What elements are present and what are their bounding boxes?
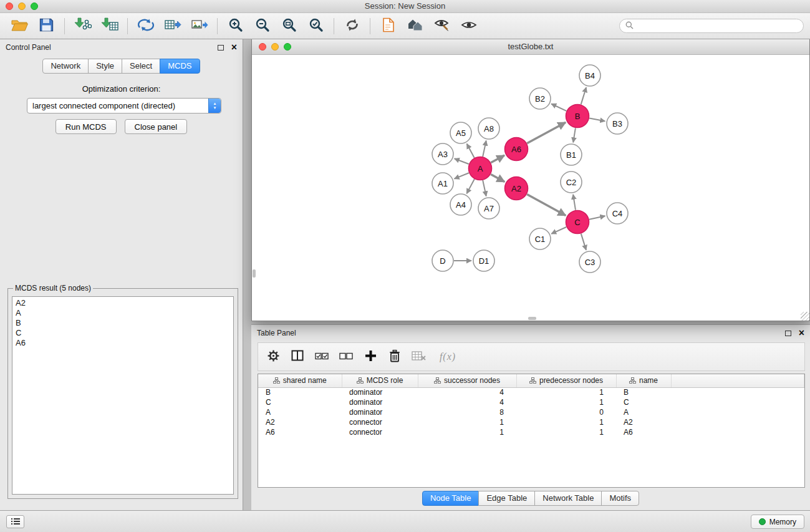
graph-node-A2[interactable]: A2 (505, 177, 528, 200)
export-network-button[interactable] (132, 16, 159, 37)
export-image-button[interactable] (186, 16, 213, 37)
delete-column-button[interactable] (388, 349, 402, 364)
search-box[interactable] (619, 19, 804, 33)
graph-edge-A-A5[interactable] (467, 144, 475, 158)
tab-mcds[interactable]: MCDS (160, 59, 200, 74)
select-all-button[interactable] (315, 349, 329, 364)
table-row[interactable]: Bdominator41B (258, 387, 804, 397)
graph-node-A7[interactable]: A7 (478, 198, 499, 219)
graph-edge-B-B4[interactable] (581, 87, 586, 104)
zoom-out-button[interactable] (249, 16, 276, 37)
float-table-panel-icon[interactable] (785, 331, 791, 336)
open-document-button[interactable] (375, 16, 402, 37)
graph-edge-A-A8[interactable] (483, 141, 486, 157)
column-header-name[interactable]: name (616, 374, 671, 387)
tab-select[interactable]: Select (122, 59, 160, 74)
go-home-button[interactable] (402, 16, 428, 37)
graph-edge-B-B2[interactable] (551, 104, 566, 111)
graphics-details-button[interactable] (428, 16, 455, 37)
table-cell[interactable]: B (258, 387, 342, 397)
task-history-button[interactable] (6, 515, 24, 528)
graph-edge-C-C2[interactable] (573, 195, 576, 210)
table-cell[interactable]: A6 (258, 427, 342, 437)
network-graph[interactable]: B4B2BB3A5A8A6A3B1AC2A1A2A4A7C4CC1C3DD1 (252, 56, 809, 321)
graph-edge-B-B3[interactable] (589, 118, 605, 122)
apply-function-button[interactable]: f(x) (436, 349, 459, 364)
zoom-selected-button[interactable] (302, 16, 329, 37)
open-session-button[interactable] (6, 16, 33, 37)
graph-node-A1[interactable]: A1 (432, 173, 453, 194)
graph-edge-C-C4[interactable] (589, 216, 605, 220)
tab-node-table[interactable]: Node Table (422, 491, 480, 506)
table-row[interactable]: A6connector11A6 (258, 427, 804, 437)
add-column-button[interactable] (364, 349, 377, 364)
graph-node-C2[interactable]: C2 (561, 172, 582, 193)
tab-style[interactable]: Style (88, 59, 122, 74)
close-network-window-button[interactable] (259, 43, 266, 51)
column-header-successor-nodes[interactable]: successor nodes (418, 374, 516, 387)
table-row[interactable]: Cdominator41C (258, 397, 804, 407)
result-list-item[interactable]: A2 (16, 298, 230, 308)
result-list-item[interactable]: B (16, 318, 230, 328)
zoom-in-button[interactable] (222, 16, 249, 37)
minimize-network-window-button[interactable] (271, 43, 279, 51)
memory-button[interactable]: Memory (751, 515, 804, 529)
result-list-item[interactable]: A6 (16, 338, 230, 348)
graph-node-A4[interactable]: A4 (450, 194, 471, 215)
table-cell[interactable]: A (258, 407, 342, 417)
delete-table-button[interactable] (412, 349, 426, 364)
result-list-item[interactable]: A (16, 308, 230, 318)
optimization-dropdown[interactable]: largest connected component (directed) ▲… (27, 98, 221, 114)
table-cell[interactable]: 4 (418, 397, 516, 407)
vertical-scrollbar-thumb[interactable] (253, 269, 256, 278)
graph-edge-A-A4[interactable] (466, 179, 474, 193)
table-cell[interactable]: dominator (342, 397, 418, 407)
graph-edge-A-A1[interactable] (455, 173, 469, 178)
table-cell[interactable]: C (616, 397, 671, 407)
graph-node-A3[interactable]: A3 (432, 143, 453, 165)
table-row[interactable]: A2connector11A2 (258, 417, 804, 427)
table-cell[interactable]: 1 (418, 427, 516, 437)
horizontal-scrollbar-thumb[interactable] (528, 317, 536, 320)
table-cell[interactable]: A2 (616, 417, 671, 427)
graph-edge-A6-B[interactable] (527, 122, 566, 143)
resize-grip[interactable] (801, 312, 809, 321)
show-columns-button[interactable] (291, 349, 304, 364)
table-cell[interactable]: 1 (516, 427, 616, 437)
tab-motifs[interactable]: Motifs (601, 491, 639, 506)
graph-edge-A-A6[interactable] (491, 155, 504, 163)
graph-edge-C-C3[interactable] (581, 234, 586, 250)
graph-edge-C-C1[interactable] (551, 227, 566, 234)
save-session-button[interactable] (33, 16, 60, 37)
float-panel-icon[interactable] (218, 45, 224, 51)
table-cell[interactable]: 1 (516, 417, 616, 427)
minimize-window-button[interactable] (18, 2, 26, 10)
refresh-view-button[interactable] (339, 16, 365, 37)
column-header-predecessor-nodes[interactable]: predecessor nodes (516, 374, 616, 387)
graph-node-D[interactable]: D (432, 250, 453, 271)
graph-node-B3[interactable]: B3 (607, 113, 628, 134)
zoom-window-button[interactable] (31, 2, 38, 10)
table-cell[interactable]: connector (342, 427, 418, 437)
import-network-button[interactable] (69, 16, 96, 37)
deselect-all-button[interactable] (339, 349, 353, 364)
table-row[interactable]: Adominator80A (258, 407, 804, 417)
table-cell[interactable]: A6 (616, 427, 671, 437)
column-header-mcds-role[interactable]: MCDS role (342, 374, 418, 387)
table-cell[interactable]: A2 (258, 417, 342, 427)
graph-node-C3[interactable]: C3 (579, 251, 600, 273)
graph-node-B4[interactable]: B4 (579, 65, 600, 86)
graph-node-A6[interactable]: A6 (505, 138, 528, 161)
table-cell[interactable]: 8 (418, 407, 516, 417)
graph-edge-A-A2[interactable] (491, 174, 504, 181)
graph-node-A[interactable]: A (469, 157, 492, 180)
run-mcds-button[interactable]: Run MCDS (55, 119, 117, 134)
table-cell[interactable]: 0 (516, 407, 616, 417)
close-panel-button[interactable]: Close panel (125, 119, 188, 134)
zoom-network-window-button[interactable] (284, 43, 291, 51)
table-cell[interactable]: B (616, 387, 671, 397)
table-cell[interactable]: 1 (418, 417, 516, 427)
table-settings-button[interactable] (266, 349, 280, 364)
graph-edge-A-A7[interactable] (483, 180, 486, 196)
table-cell[interactable]: dominator (342, 407, 418, 417)
